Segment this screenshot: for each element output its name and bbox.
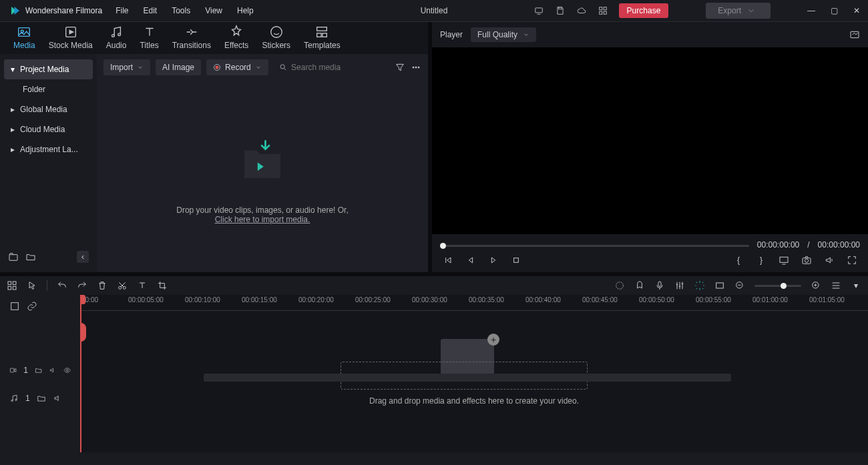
redo-icon[interactable] (77, 280, 87, 291)
more-icon[interactable] (411, 62, 421, 73)
timecode-current: 00:00:00:00 (757, 240, 799, 250)
visibility-icon[interactable] (63, 366, 71, 375)
filter-icon[interactable] (395, 62, 405, 73)
delete-icon[interactable] (97, 280, 107, 291)
ai-image-button[interactable]: AI Image (156, 59, 201, 75)
folder-icon[interactable] (35, 366, 42, 375)
apps-icon[interactable] (598, 5, 608, 16)
tab-stickers[interactable]: Stickers (255, 22, 297, 54)
export-button[interactable]: Export (706, 3, 771, 19)
tab-effects[interactable]: Effects (218, 22, 255, 54)
brand-name: Wondershare Filmora (25, 6, 102, 15)
fullscreen-icon[interactable] (847, 255, 857, 266)
crop-icon[interactable] (157, 280, 168, 291)
text-icon[interactable] (137, 280, 148, 291)
play-reverse-icon[interactable] (465, 255, 476, 266)
track-headers: 1 1 (0, 295, 80, 452)
stop-icon[interactable] (511, 255, 521, 266)
preview-canvas[interactable] (432, 47, 868, 234)
panel-layout-icon[interactable] (7, 280, 17, 291)
save-icon[interactable] (555, 5, 566, 16)
menu-edit[interactable]: Edit (144, 6, 158, 15)
search-input[interactable] (291, 63, 384, 72)
menu-tools[interactable]: Tools (172, 6, 190, 15)
sidebar-item-folder[interactable]: Folder (4, 79, 93, 99)
mark-in-icon[interactable]: { (733, 255, 744, 266)
video-track-header[interactable]: 1 (0, 362, 80, 379)
svg-rect-38 (11, 303, 19, 310)
track-manage-icon[interactable] (9, 301, 20, 312)
quality-dropdown[interactable]: Full Quality (471, 27, 536, 42)
import-link[interactable]: Click here to import media. (215, 215, 310, 224)
tab-stock-media[interactable]: Stock Media (42, 22, 99, 54)
close-button[interactable]: ✕ (851, 6, 863, 15)
device-icon[interactable] (533, 5, 544, 16)
svg-point-16 (216, 66, 219, 69)
sidebar-item-project-media[interactable]: ▾Project Media (4, 59, 93, 79)
menu-view[interactable]: View (205, 6, 222, 15)
sidebar-item-global-media[interactable]: ▸Global Media (4, 99, 93, 119)
display-icon[interactable] (779, 255, 789, 266)
new-folder-icon[interactable] (25, 252, 36, 262)
playhead[interactable] (80, 295, 81, 452)
sidebar-item-adjustment-layer[interactable]: ▸Adjustment La... (4, 139, 93, 159)
mark-out-icon[interactable]: } (756, 255, 767, 266)
svg-rect-34 (658, 282, 661, 286)
render-icon[interactable] (694, 280, 705, 291)
tracks-area[interactable]: 00:00 00:00:05:00 00:00:10:00 00:00:15:0… (80, 295, 868, 452)
media-drop-area[interactable]: Drop your video clips, images, or audio … (97, 81, 428, 272)
purchase-button[interactable]: Purchase (619, 3, 669, 18)
new-bin-icon[interactable] (8, 252, 19, 262)
undo-icon[interactable] (57, 280, 67, 291)
search-media[interactable] (274, 59, 389, 75)
cloud-icon[interactable] (576, 5, 587, 16)
minimize-button[interactable]: — (805, 6, 817, 15)
progress-bar[interactable] (440, 245, 749, 247)
sidebar-item-cloud-media[interactable]: ▸Cloud Media (4, 119, 93, 139)
camera-icon[interactable] (801, 255, 812, 266)
play-icon[interactable] (488, 255, 499, 266)
color-icon[interactable] (614, 280, 625, 291)
tab-transitions[interactable]: Transitions (166, 22, 218, 54)
snapshot-compare-icon[interactable] (849, 29, 860, 40)
pointer-icon[interactable] (27, 280, 37, 291)
cut-icon[interactable] (117, 280, 128, 291)
svg-rect-28 (13, 282, 16, 285)
aspect-icon[interactable] (714, 280, 725, 291)
mute-icon[interactable] (53, 394, 62, 403)
marker-icon[interactable] (634, 280, 645, 291)
folder-icon[interactable] (37, 394, 46, 403)
prev-frame-icon[interactable] (443, 255, 453, 266)
svg-point-11 (270, 27, 282, 38)
tab-media[interactable]: Media (7, 22, 42, 54)
import-button[interactable]: Import (103, 59, 150, 75)
menu-help[interactable]: Help (237, 6, 254, 15)
zoom-out-icon[interactable] (734, 280, 745, 291)
svg-rect-12 (317, 27, 327, 31)
svg-rect-4 (599, 11, 602, 14)
audio-mix-icon[interactable] (674, 280, 685, 291)
track-options-icon[interactable] (831, 280, 841, 291)
record-button[interactable]: Record (206, 59, 268, 75)
tab-templates[interactable]: Templates (297, 22, 347, 54)
media-tabs: Media Stock Media Audio Titles Transitio… (0, 22, 428, 54)
mute-icon[interactable] (49, 366, 56, 375)
volume-icon[interactable] (824, 255, 835, 266)
voiceover-icon[interactable] (654, 280, 665, 291)
maximize-button[interactable]: ▢ (828, 6, 840, 15)
time-ruler[interactable]: 00:00 00:00:05:00 00:00:10:00 00:00:15:0… (80, 295, 868, 311)
tab-audio[interactable]: Audio (99, 22, 134, 54)
zoom-in-icon[interactable] (811, 280, 821, 291)
zoom-slider[interactable] (754, 285, 801, 287)
collapse-sidebar-icon[interactable]: ‹ (77, 251, 89, 263)
dropdown-icon[interactable]: ▾ (851, 280, 861, 291)
audio-track-header[interactable]: 1 (0, 390, 80, 407)
svg-rect-22 (851, 31, 859, 37)
add-icon[interactable]: + (487, 334, 499, 346)
tab-titles[interactable]: Titles (133, 22, 165, 54)
svg-rect-29 (8, 286, 11, 290)
music-icon (9, 394, 19, 403)
menu-file[interactable]: File (116, 6, 128, 15)
video-icon (9, 366, 17, 375)
link-icon[interactable] (27, 301, 37, 312)
